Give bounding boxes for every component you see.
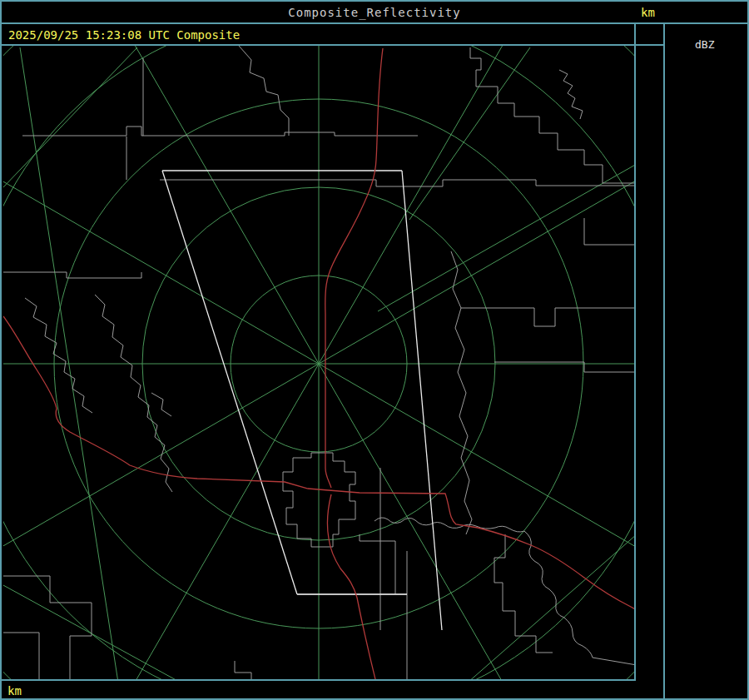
radar-sector-outline — [402, 171, 442, 630]
radar-map[interactable] — [3, 46, 634, 679]
azimuth-radial-60 — [319, 134, 634, 364]
azimuth-radial-330 — [89, 46, 319, 364]
right-axis-unit-label: km — [641, 6, 655, 19]
azimuth-radial-210 — [89, 364, 319, 679]
boundary-line — [160, 180, 634, 186]
window-title: Composite_Reflectivity — [2, 2, 747, 24]
boundary-line — [470, 47, 634, 183]
radar-sector-outline — [162, 171, 297, 594]
bottom-axis: km — [2, 681, 663, 698]
boundary-line — [584, 218, 634, 245]
bottom-axis-unit-label: km — [7, 684, 22, 698]
radar-app-window: Composite_Reflectivity 2025/09/25 15:23:… — [0, 0, 749, 700]
radar-map-canvas[interactable] — [3, 46, 634, 679]
boundary-line — [451, 251, 472, 534]
azimuth-radial-150 — [319, 364, 548, 679]
right-axis — [636, 46, 663, 679]
boundary-line — [3, 272, 141, 278]
boundary-line — [235, 661, 251, 679]
legend-panel: dBZ — [665, 24, 749, 698]
timestamp-label: 2025/09/25 15:23:08 UTC Composite — [8, 28, 240, 42]
boundary-line — [494, 534, 553, 653]
azimuth-radial-120 — [319, 364, 634, 593]
boundary-line — [95, 295, 172, 492]
boundary-line — [3, 633, 39, 679]
highway-line — [327, 494, 376, 679]
azimuth-radial-300 — [3, 134, 319, 364]
boundary-line — [22, 127, 418, 136]
boundary-line — [239, 46, 289, 136]
highway-line — [3, 316, 308, 489]
azimuth-radial-30 — [319, 46, 548, 364]
highway-line — [308, 489, 634, 610]
graticule-line — [468, 534, 634, 679]
boundary-line — [360, 534, 395, 594]
river-line — [374, 518, 524, 532]
boundary-line — [151, 393, 171, 416]
graticule-line — [409, 47, 530, 220]
boundary-line — [3, 576, 92, 679]
header-row: 2025/09/25 15:23:08 UTC Composite — [2, 24, 663, 46]
colorscale-title: dBZ — [695, 38, 714, 51]
boundary-line — [559, 70, 583, 119]
